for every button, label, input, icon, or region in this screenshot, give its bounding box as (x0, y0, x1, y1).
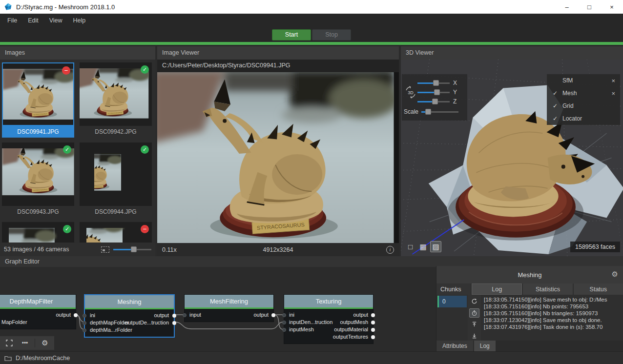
layer-grid[interactable]: ✓ Grid (547, 100, 620, 112)
graph-settings-button[interactable]: ⚙ (38, 337, 52, 349)
textured-mode-icon[interactable]: ▨ (430, 241, 441, 252)
input-port[interactable] (183, 313, 187, 317)
rotate-3d-icon: 3D (404, 78, 417, 106)
stop-button[interactable]: Stop (312, 29, 351, 40)
grid-checkbox[interactable]: ✓ (552, 102, 559, 109)
thumbnail-dsc09942[interactable]: ✓ DSC09942.JPG (80, 62, 152, 138)
maximize-button[interactable]: □ (578, 0, 601, 14)
info-icon[interactable]: i (386, 246, 394, 254)
scroll-bottom-icon[interactable] (469, 331, 479, 341)
menu-edit[interactable]: Edit (22, 15, 44, 26)
input-port[interactable] (282, 321, 286, 324)
fit-view-button[interactable] (2, 337, 17, 349)
node-title: Texturing (284, 295, 373, 307)
node-properties-panel: Meshing ⚙ Chunks Log Statistics Status 0 (436, 266, 623, 351)
thumbnail-size-slider[interactable] (113, 246, 151, 253)
graph-canvas[interactable]: DepthMapFilter output MapFolder Meshing (0, 267, 435, 351)
output-port[interactable] (371, 335, 375, 339)
input-port[interactable] (282, 328, 286, 332)
input-port[interactable] (83, 328, 86, 332)
thumbnail-dsc09941[interactable]: − DSC09941.JPG (2, 62, 74, 138)
rotate-y-slider[interactable] (417, 89, 450, 96)
viewport-3d[interactable]: 3D X (401, 60, 623, 256)
image-viewport[interactable] (157, 72, 399, 243)
refresh-icon[interactable] (469, 297, 479, 306)
layer-label: SfM (562, 77, 573, 84)
rotate-z-slider[interactable] (417, 98, 450, 105)
menu-file[interactable]: File (2, 15, 22, 26)
chunk-item-0[interactable]: 0 (437, 296, 467, 307)
rotation-controls: 3D X (402, 74, 467, 121)
output-port[interactable] (172, 314, 176, 318)
solid-mode-icon[interactable]: □ (405, 241, 416, 252)
node-meshfiltering[interactable]: MeshFiltering input output (184, 294, 274, 322)
node-texturing[interactable]: Texturing ini output inputDen...truction… (284, 294, 374, 344)
log-line: [18:33:05.715160][info] Nb points: 79565… (484, 303, 620, 310)
output-port[interactable] (371, 313, 375, 317)
port-label: ini (90, 312, 95, 318)
thumbnail-dsc09944[interactable]: ✓ DSC09944.JPG (80, 142, 152, 218)
image-viewer-footer: 0.11x 4912x3264 i (157, 243, 399, 256)
node-meshing[interactable]: Meshing ini output depthMapFolder output… (84, 294, 175, 338)
faces-count: 1589563 faces (570, 242, 620, 252)
layer-locator[interactable]: ✓ Locator (547, 112, 620, 125)
port-label: MapFolder (1, 319, 27, 325)
axis-z-label: Z (453, 98, 457, 105)
thumbnail-row3-b[interactable]: − (80, 222, 152, 243)
minimize-button[interactable]: – (556, 0, 578, 14)
mesh-checkbox[interactable]: ✓ (552, 90, 559, 97)
tab-log-bottom[interactable]: Log (474, 341, 496, 351)
gear-icon[interactable]: ⚙ (612, 270, 618, 279)
tab-status[interactable]: Status (574, 283, 623, 295)
log-output[interactable]: [18:33:05.714150][info] Save mesh to obj… (481, 295, 623, 341)
locator-checkbox[interactable]: ✓ (552, 115, 559, 122)
layer-list: SfM × ✓ Mesh × ✓ Grid ✓ Locator (547, 74, 620, 125)
pipeline-button[interactable]: ••• (18, 337, 32, 349)
port-label: ini (289, 312, 294, 318)
menu-view[interactable]: View (44, 15, 68, 26)
output-port[interactable] (271, 313, 275, 317)
removed-badge-icon: − (62, 66, 70, 75)
graph-editor-title: Graph Editor (0, 256, 623, 267)
images-panel: Images − DSC09941.JPG ✓ DSC09942.JPG (0, 46, 155, 256)
scale-slider[interactable] (421, 108, 458, 115)
graph-toolbar: ••• ⚙ (0, 336, 54, 350)
layer-mesh[interactable]: ✓ Mesh × (547, 87, 620, 100)
menu-help[interactable]: Help (68, 15, 91, 26)
wireframe-mode-icon[interactable]: ▦ (417, 241, 429, 252)
layer-sfm[interactable]: SfM × (547, 74, 620, 87)
render-mode-toggles: □ ▦ ▨ (405, 241, 441, 252)
thumbnail-label: DSC09944.JPG (80, 206, 152, 218)
input-port[interactable] (282, 313, 286, 317)
tab-statistics[interactable]: Statistics (523, 283, 572, 295)
input-port[interactable] (83, 314, 86, 318)
log-line: [18:33:05.714150][info] Save mesh to obj… (484, 296, 620, 303)
tab-attributes[interactable]: Attributes (436, 341, 473, 351)
toolbar-separator (35, 339, 35, 347)
close-icon[interactable]: × (611, 90, 615, 97)
properties-tabs: Chunks Log Statistics Status (436, 283, 623, 295)
menu-bar: File Edit View Help (0, 14, 623, 27)
start-button[interactable]: Start (272, 29, 311, 40)
images-footer: 53 images / 46 cameras (0, 243, 155, 256)
output-port[interactable] (371, 328, 375, 332)
global-progress-bar (0, 42, 623, 45)
node-depthmapfilter[interactable]: DepthMapFilter output MapFolder (0, 294, 76, 329)
thumbnail-dsc09943[interactable]: ✓ DSC09943.JPG (2, 142, 74, 218)
node-title: MeshFiltering (185, 295, 273, 307)
port-label: output (253, 312, 269, 318)
close-button[interactable]: × (601, 0, 623, 14)
output-port[interactable] (371, 321, 375, 324)
tab-log[interactable]: Log (472, 283, 522, 295)
chunk-list: 0 (436, 295, 468, 341)
auto-refresh-icon[interactable] (469, 308, 479, 318)
output-port[interactable] (172, 321, 176, 325)
close-icon[interactable]: × (611, 77, 615, 84)
scroll-top-icon[interactable] (469, 320, 479, 329)
ok-badge-icon: ✓ (141, 65, 149, 74)
input-port[interactable] (83, 321, 86, 325)
image-viewer-panel: Image Viewer C:/Users/Peter/Desktop/Styr… (157, 46, 399, 256)
rotate-x-slider[interactable] (417, 80, 450, 86)
thumbnail-row3-a[interactable]: ✓ (2, 222, 74, 243)
output-port[interactable] (74, 313, 78, 317)
